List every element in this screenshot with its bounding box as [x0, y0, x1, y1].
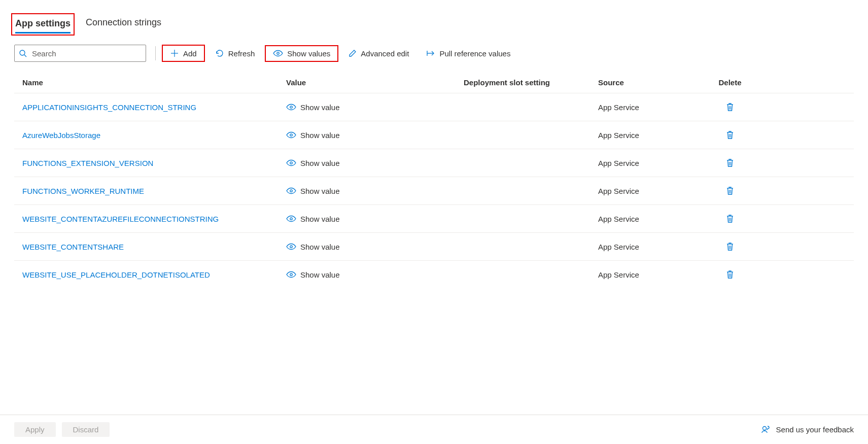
source-cell: App Service: [598, 131, 705, 140]
table-row: FUNCTIONS_WORKER_RUNTIMEShow valueApp Se…: [14, 177, 854, 204]
eye-icon: [286, 215, 296, 222]
delete-icon[interactable]: [726, 270, 734, 279]
show-values-label: Show values: [287, 49, 330, 58]
refresh-label: Refresh: [228, 49, 255, 58]
tab-bar: App settings Connection strings: [14, 14, 854, 35]
pull-reference-label: Pull reference values: [439, 49, 510, 58]
source-cell: App Service: [598, 103, 705, 112]
eye-icon: [286, 187, 296, 194]
delete-icon[interactable]: [726, 158, 734, 167]
settings-table: Name Value Deployment slot setting Sourc…: [14, 72, 854, 288]
show-value-label: Show value: [300, 215, 340, 223]
table-row: WEBSITE_USE_PLACEHOLDER_DOTNETISOLATEDSh…: [14, 260, 854, 288]
setting-name-link[interactable]: FUNCTIONS_EXTENSION_VERSION: [22, 159, 153, 167]
svg-point-4: [277, 52, 279, 54]
add-button[interactable]: Add: [166, 47, 201, 60]
table-row: FUNCTIONS_EXTENSION_VERSIONShow valueApp…: [14, 149, 854, 177]
svg-point-22: [290, 246, 292, 248]
table-row: AzureWebJobsStorageShow valueApp Service: [14, 121, 854, 149]
source-cell: App Service: [598, 243, 705, 251]
pull-reference-button[interactable]: Pull reference values: [422, 47, 514, 60]
header-source: Source: [598, 78, 705, 87]
svg-point-13: [290, 162, 292, 164]
eye-icon: [286, 271, 296, 278]
table-row: APPLICATIONINSIGHTS_CONNECTION_STRINGSho…: [14, 93, 854, 121]
eye-icon: [286, 243, 296, 250]
show-value-label: Show value: [300, 187, 340, 195]
show-value-cell[interactable]: Show value: [286, 187, 464, 195]
pencil-icon: [349, 49, 357, 57]
header-delete: Delete: [705, 78, 755, 87]
svg-line-1: [24, 55, 26, 57]
setting-name-link[interactable]: WEBSITE_USE_PLACEHOLDER_DOTNETISOLATED: [22, 270, 210, 279]
table-row: WEBSITE_CONTENTSHAREShow valueApp Servic…: [14, 232, 854, 260]
show-value-label: Show value: [300, 131, 340, 140]
svg-point-0: [20, 50, 25, 55]
delete-icon[interactable]: [726, 214, 734, 223]
toolbar: Add Refresh Show values Advanced edit: [14, 45, 854, 62]
source-cell: App Service: [598, 215, 705, 223]
search-input-wrap[interactable]: [14, 45, 146, 62]
show-value-label: Show value: [300, 243, 340, 251]
source-cell: App Service: [598, 187, 705, 195]
plus-icon: [170, 49, 179, 58]
refresh-button[interactable]: Refresh: [211, 47, 259, 60]
search-icon: [19, 49, 27, 57]
tab-app-settings[interactable]: App settings: [15, 15, 71, 33]
show-value-label: Show value: [300, 270, 340, 279]
header-slot: Deployment slot setting: [464, 78, 598, 87]
svg-point-16: [290, 190, 292, 192]
search-input[interactable]: [31, 49, 142, 58]
svg-point-19: [290, 218, 292, 220]
delete-icon[interactable]: [726, 130, 734, 140]
arrow-right-icon: [426, 50, 435, 57]
eye-icon: [286, 104, 296, 111]
svg-point-25: [290, 274, 292, 276]
show-value-cell[interactable]: Show value: [286, 243, 464, 251]
show-value-label: Show value: [300, 103, 340, 112]
delete-icon[interactable]: [726, 103, 734, 112]
table-row: WEBSITE_CONTENTAZUREFILECONNECTIONSTRING…: [14, 204, 854, 232]
show-value-cell[interactable]: Show value: [286, 103, 464, 112]
divider: [155, 46, 156, 60]
eye-icon: [286, 131, 296, 139]
table-header: Name Value Deployment slot setting Sourc…: [14, 72, 854, 93]
tab-connection-strings[interactable]: Connection strings: [86, 14, 161, 35]
refresh-icon: [215, 49, 224, 58]
show-value-cell[interactable]: Show value: [286, 131, 464, 140]
eye-icon: [273, 50, 283, 57]
setting-name-link[interactable]: FUNCTIONS_WORKER_RUNTIME: [22, 187, 144, 195]
show-value-cell[interactable]: Show value: [286, 159, 464, 167]
header-value: Value: [286, 78, 464, 87]
show-value-label: Show value: [300, 159, 340, 167]
add-label: Add: [183, 49, 197, 58]
show-value-cell[interactable]: Show value: [286, 270, 464, 279]
setting-name-link[interactable]: WEBSITE_CONTENTSHARE: [22, 243, 124, 251]
eye-icon: [286, 159, 296, 166]
setting-name-link[interactable]: WEBSITE_CONTENTAZUREFILECONNECTIONSTRING: [22, 215, 219, 223]
show-values-button[interactable]: Show values: [269, 47, 334, 60]
source-cell: App Service: [598, 159, 705, 167]
delete-icon[interactable]: [726, 242, 734, 251]
advanced-edit-label: Advanced edit: [361, 49, 409, 58]
svg-point-7: [290, 106, 292, 108]
delete-icon[interactable]: [726, 186, 734, 195]
svg-point-10: [290, 134, 292, 136]
setting-name-link[interactable]: APPLICATIONINSIGHTS_CONNECTION_STRING: [22, 103, 196, 112]
header-name: Name: [22, 78, 286, 87]
setting-name-link[interactable]: AzureWebJobsStorage: [22, 131, 100, 140]
source-cell: App Service: [598, 270, 705, 279]
show-value-cell[interactable]: Show value: [286, 215, 464, 223]
advanced-edit-button[interactable]: Advanced edit: [344, 47, 413, 60]
